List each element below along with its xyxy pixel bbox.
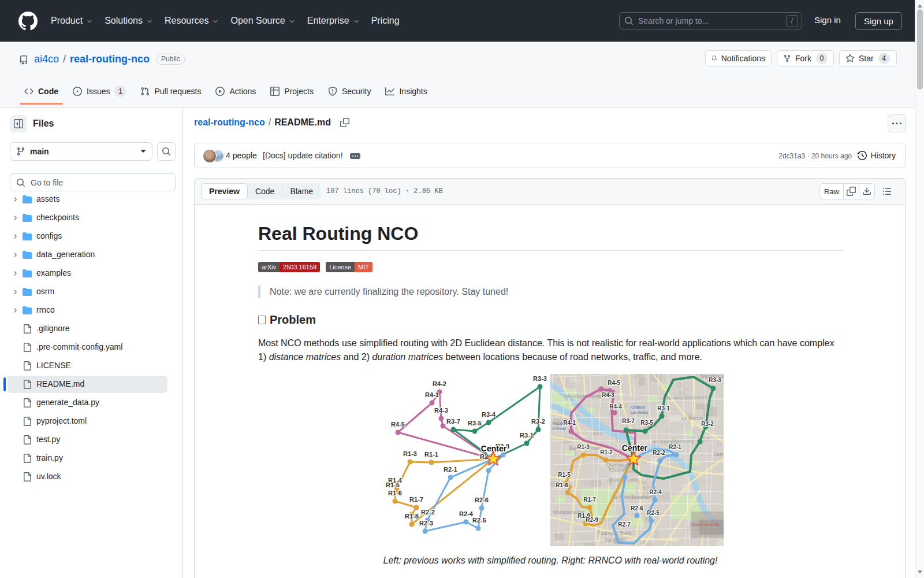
svg-text:R1-5: R1-5: [558, 472, 571, 478]
svg-text:R2-3: R2-3: [419, 520, 433, 527]
svg-text:R4-5: R4-5: [391, 421, 405, 428]
svg-text:R3-7: R3-7: [446, 418, 460, 425]
svg-text:R2-9: R2-9: [586, 517, 598, 523]
svg-text:R1-3: R1-3: [403, 450, 417, 457]
svg-text:3e Arrondissement: 3e Arrondissement: [666, 395, 708, 401]
svg-text:R3-1: R3-1: [657, 405, 670, 412]
svg-text:R2-6: R2-6: [631, 505, 643, 512]
svg-text:R1-2: R1-2: [600, 449, 613, 455]
svg-text:R2-5: R2-5: [647, 510, 660, 516]
svg-text:R1-8: R1-8: [405, 513, 419, 520]
svg-text:R1-1: R1-1: [424, 451, 438, 458]
svg-text:Châtelet: Châtelet: [631, 405, 645, 409]
svg-text:Center: Center: [622, 443, 648, 453]
svg-text:l’Odéon: l’Odéon: [609, 467, 626, 473]
svg-text:Bastill: Bastill: [714, 451, 724, 457]
svg-text:R1-3: R1-3: [577, 444, 590, 450]
svg-text:R3-2: R3-2: [531, 418, 545, 425]
svg-text:Les Halles: Les Halles: [631, 410, 649, 414]
svg-text:R3-3: R3-3: [533, 375, 547, 382]
svg-text:Le Marais: Le Marais: [681, 416, 703, 421]
svg-text:R2-1: R2-1: [669, 444, 681, 450]
svg-text:R3-5: R3-5: [640, 420, 653, 426]
svg-text:R4-4: R4-4: [609, 403, 622, 410]
svg-text:R2-2: R2-2: [653, 450, 665, 456]
svg-text:R4-1: R4-1: [563, 420, 576, 426]
svg-text:R4-5: R4-5: [608, 380, 620, 386]
svg-text:R1-6: R1-6: [388, 490, 402, 497]
svg-text:R3-7: R3-7: [622, 418, 635, 424]
svg-text:R1-7: R1-7: [409, 496, 423, 503]
svg-text:R2-4: R2-4: [649, 489, 662, 495]
svg-text:R1-6: R1-6: [556, 482, 568, 488]
svg-text:R1-5: R1-5: [386, 481, 400, 488]
svg-text:R4-2: R4-2: [433, 380, 446, 387]
svg-text:R2-1: R2-1: [444, 466, 457, 473]
svg-text:R4-1: R4-1: [425, 391, 439, 398]
svg-text:R2-5: R2-5: [472, 517, 486, 524]
svg-text:R3-1: R3-1: [520, 432, 534, 439]
svg-text:5e Arrondissement: 5e Arrondissement: [612, 494, 654, 500]
svg-text:R2-4: R2-4: [459, 510, 474, 517]
svg-text:R2-6: R2-6: [475, 497, 489, 503]
svg-text:R3-4: R3-4: [482, 411, 496, 418]
svg-text:R4-3: R4-3: [602, 392, 614, 398]
svg-text:R3-3: R3-3: [709, 377, 721, 383]
svg-text:Gare d’Austerlitz: Gare d’Austerlitz: [690, 523, 720, 527]
svg-text:R2-7: R2-7: [618, 521, 631, 528]
svg-text:d’Orsay: d’Orsay: [552, 427, 567, 431]
svg-text:R4-3: R4-3: [434, 407, 448, 414]
svg-text:R3-5: R3-5: [468, 420, 482, 427]
svg-text:R3-2: R3-2: [701, 421, 714, 427]
svg-text:R2-2: R2-2: [421, 509, 435, 516]
svg-text:R1-7: R1-7: [583, 497, 596, 503]
